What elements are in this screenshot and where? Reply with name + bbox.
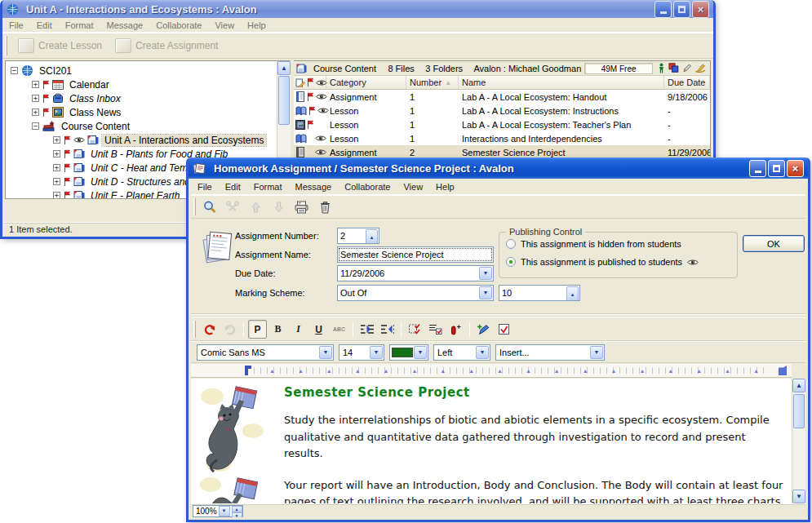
tab-stop-icon[interactable]: ▲ — [298, 368, 304, 374]
ok-button[interactable]: OK — [743, 235, 805, 252]
chevron-down-icon[interactable]: ▼ — [414, 346, 427, 359]
tab-stop-icon[interactable]: ▲ — [753, 368, 759, 374]
toolbar-grip[interactable] — [193, 198, 196, 215]
expand-icon[interactable]: + — [32, 95, 39, 102]
tab-stop-icon[interactable]: ▲ — [269, 368, 275, 374]
menu-format[interactable]: Format — [59, 19, 100, 32]
published-radio[interactable] — [506, 257, 516, 267]
user-icon[interactable] — [658, 63, 665, 73]
outdent-button[interactable] — [378, 320, 397, 339]
chevron-down-icon[interactable]: ▼ — [479, 286, 492, 299]
pencil-icon[interactable] — [682, 63, 691, 73]
chevron-down-icon[interactable]: ▼ — [370, 346, 383, 359]
menu-help[interactable]: Help — [429, 180, 461, 193]
chevron-down-icon[interactable]: ▼ — [479, 267, 492, 280]
expand-icon[interactable]: + — [53, 136, 60, 144]
collapse-icon[interactable]: − — [32, 122, 39, 130]
scroll-up-icon[interactable]: ▲ — [792, 379, 805, 392]
tree-item[interactable]: +Calendar — [7, 78, 291, 91]
scroll-thumb[interactable] — [278, 76, 290, 125]
menu-help[interactable]: Help — [241, 19, 273, 32]
undo-button[interactable] — [200, 320, 219, 339]
hidden-radio[interactable] — [506, 239, 516, 249]
tab-stop-icon[interactable]: ▲ — [696, 368, 702, 374]
menu-view[interactable]: View — [208, 19, 241, 32]
list-row[interactable]: Assignment1Lab A - A Local Ecosystem: Ha… — [294, 90, 710, 104]
number-spinner[interactable]: ▲▼ — [366, 229, 378, 242]
document-scrollbar[interactable]: ▲ ▼ — [792, 379, 805, 503]
column-name[interactable]: Name — [459, 76, 664, 89]
delete-button[interactable] — [315, 197, 335, 217]
menu-edit[interactable]: Edit — [219, 180, 247, 193]
menu-message[interactable]: Message — [100, 19, 150, 32]
tab-stop-icon[interactable]: ▲ — [725, 368, 730, 374]
close-button[interactable]: × — [692, 1, 709, 18]
menu-format[interactable]: Format — [247, 180, 289, 193]
footnote-button[interactable] — [446, 320, 465, 339]
expand-icon[interactable]: + — [53, 178, 60, 185]
font-color-dropdown[interactable]: ▼ — [389, 344, 428, 361]
tab-stop-icon[interactable]: ▲ — [411, 368, 417, 374]
menu-collaborate[interactable]: Collaborate — [149, 19, 208, 32]
tab-stop-icon[interactable]: ▲ — [583, 368, 588, 374]
tree-item[interactable]: −SCI201 — [7, 64, 291, 78]
menu-file[interactable]: File — [2, 19, 30, 32]
font-size-dropdown[interactable]: 14 ▼ — [339, 344, 384, 361]
close-button[interactable]: × — [787, 160, 804, 177]
document-editor[interactable]: Semester Science Project Study the inter… — [191, 379, 792, 503]
chevron-down-icon[interactable]: ▼ — [319, 346, 332, 359]
maximize-button[interactable] — [768, 160, 785, 177]
column-due-date[interactable]: Due Date — [664, 76, 710, 89]
scroll-thumb[interactable] — [793, 394, 805, 428]
minimize-button[interactable] — [654, 1, 672, 18]
indent-marker[interactable] — [245, 366, 251, 375]
toolbar-grip[interactable] — [5, 36, 7, 55]
tab-stop-icon[interactable]: ▲ — [497, 368, 503, 374]
spellcheck-button[interactable] — [495, 320, 513, 339]
tree-item[interactable]: +Unit A - Interactions and Ecosystems — [7, 133, 291, 147]
find-button[interactable] — [200, 197, 220, 217]
tab-stop-icon[interactable]: ▲ — [639, 368, 645, 374]
maximize-button[interactable] — [673, 1, 690, 18]
title-bar[interactable]: Homework Assignment / Semester Science P… — [189, 157, 808, 179]
expand-icon[interactable]: + — [53, 192, 60, 199]
list-check-button[interactable] — [426, 320, 445, 339]
list-row[interactable]: Lesson1Lab A - A Local Ecosystem: Teache… — [294, 117, 710, 131]
chevron-down-icon[interactable]: ▼ — [590, 346, 603, 359]
column-category[interactable]: Category — [326, 76, 406, 89]
tab-stop-icon[interactable]: ▲ — [326, 368, 332, 374]
font-family-dropdown[interactable]: Comic Sans MS ▼ — [197, 344, 334, 361]
menu-edit[interactable]: Edit — [30, 19, 59, 32]
list-row[interactable]: Lesson1Interactions and Interdependencie… — [294, 131, 710, 145]
marking-value-field[interactable]: 10 ▲▼ — [499, 285, 580, 301]
zoom-control[interactable]: 100% ▼ ▲▼ — [193, 505, 243, 517]
tab-stop-icon[interactable]: ▲ — [611, 368, 617, 374]
zoom-spinner[interactable]: ▲▼ — [232, 506, 242, 516]
add-note-button[interactable] — [474, 320, 493, 339]
expand-icon[interactable]: + — [32, 81, 39, 88]
title-bar[interactable]: Unit A - Interactions and Ecosystems : A… — [2, 0, 713, 18]
marking-spinner[interactable]: ▲▼ — [566, 286, 579, 299]
tree-item[interactable]: +Class Inbox — [7, 91, 291, 105]
create-lesson-button[interactable]: Create Lesson — [11, 37, 109, 55]
tab-stop-icon[interactable]: ▲ — [440, 368, 446, 374]
assignment-name-field[interactable]: Semester Science Project — [337, 246, 494, 263]
menu-file[interactable]: File — [191, 180, 219, 193]
tab-stop-icon[interactable]: ▲ — [355, 368, 361, 374]
expand-icon[interactable]: + — [53, 164, 60, 171]
column-number[interactable]: Number▲ — [406, 76, 459, 89]
signature-icon[interactable] — [694, 63, 706, 73]
plain-button[interactable]: P — [248, 320, 267, 339]
list-header[interactable]: CategoryNumber▲NameDue Date — [294, 76, 710, 90]
print-button[interactable] — [291, 197, 312, 217]
indent-button[interactable] — [357, 320, 376, 339]
italic-button[interactable]: I — [289, 320, 308, 339]
copy-icon[interactable] — [668, 63, 679, 73]
tree-item[interactable]: +Class News — [7, 105, 291, 119]
scroll-down-icon[interactable]: ▼ — [792, 490, 805, 503]
underline-button[interactable]: U — [309, 320, 328, 339]
align-dropdown[interactable]: Left ▼ — [433, 344, 490, 361]
tab-stop-icon[interactable]: ▲ — [384, 368, 389, 374]
tab-stop-icon[interactable]: ▲ — [668, 368, 673, 374]
menu-collaborate[interactable]: Collaborate — [338, 180, 397, 193]
